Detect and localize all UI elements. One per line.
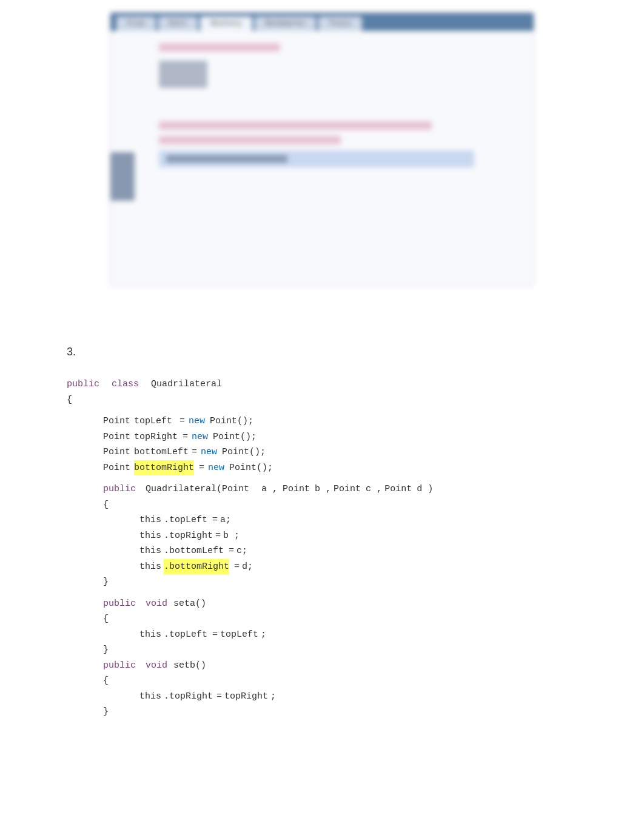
assign-field-1: .topLeft (164, 512, 207, 528)
param-a: a , (261, 481, 278, 497)
constructor-brace-close: } (103, 574, 109, 590)
eq-1: = (179, 414, 185, 429)
assign-topleft: this .topLeft = a; (67, 512, 577, 528)
seta-eq: = (212, 627, 218, 643)
init-3: Point(); (222, 444, 266, 460)
setb-brace-close: } (103, 704, 109, 720)
seta-body: this .topLeft = topLeft ; (67, 627, 577, 643)
kw-this-4: this (139, 559, 161, 575)
field-topleft: Point topLeft = new Point(); (67, 414, 577, 429)
assign-val-3: c; (236, 543, 247, 559)
kw-new-1: new (189, 414, 205, 429)
eq-3: = (192, 444, 197, 460)
assign-topright: this .topRight = b ; (67, 528, 577, 544)
assign-val-4: d; (242, 559, 253, 575)
seta-name: seta() (173, 596, 206, 612)
blurred-tab-bar: File Edit History Bookmarks Tools (110, 13, 534, 31)
kw-new-2: new (192, 429, 208, 445)
blurred-highlight (159, 150, 474, 167)
seta-brace-close: } (103, 642, 109, 658)
setb-name: setb() (173, 658, 206, 674)
field-name-topright: topRight (134, 429, 178, 445)
assign-field-4-highlight: .bottomRight (164, 559, 229, 575)
param-c: c , (366, 481, 382, 497)
blurred-line-2 (159, 121, 432, 130)
seta-this: this (139, 627, 161, 643)
assign-eq-4: = (234, 559, 240, 575)
assign-bottomleft: this .bottomLeft = c; (67, 543, 577, 559)
seta-close-brace: } (67, 642, 577, 658)
constructor-close-brace: } (67, 574, 577, 590)
class-open-brace: { (67, 392, 577, 408)
constructor-declaration: public Quadrilateral(Point a , Point b ,… (67, 481, 577, 497)
seta-brace-open: { (103, 611, 109, 627)
blurred-line-1 (159, 43, 280, 52)
blurred-tab-5: Tools (318, 16, 362, 31)
setb-eq: = (216, 689, 222, 705)
init-2: Point(); (213, 429, 257, 445)
field-name-bottomright-highlight: bottomRight (134, 460, 194, 476)
assign-eq-2: = (215, 528, 221, 544)
blurred-editor: File Edit History Bookmarks Tools (110, 12, 534, 286)
constructor-name: Quadrilateral(Point (146, 481, 249, 497)
keyword-public: public (67, 377, 99, 392)
setb-this: this (139, 689, 161, 705)
blurred-tab-4: Bookmarks (255, 16, 316, 31)
param-b-type: Point (283, 481, 310, 497)
param-d: d ) (417, 481, 433, 497)
setb-semi: ; (270, 689, 276, 705)
setb-kw-void: void (146, 658, 167, 674)
constructor-brace-open: { (103, 497, 109, 513)
constructor-kw-public: public (103, 481, 136, 497)
setb-brace-open: { (103, 673, 109, 689)
seta-open-brace: { (67, 611, 577, 627)
param-c-type: Point (334, 481, 361, 497)
eq-2: = (183, 429, 188, 445)
seta-declaration: public void seta() (67, 596, 577, 612)
seta-semi: ; (261, 627, 266, 643)
init-1: Point(); (210, 414, 253, 429)
class-declaration-line: public class Quadrilateral (67, 377, 577, 392)
setb-field: .topRight (164, 689, 213, 705)
kw-new-3: new (201, 444, 217, 460)
kw-new-4: new (208, 460, 224, 476)
assign-eq-1: = (212, 512, 218, 528)
kw-this-3: this (139, 543, 161, 559)
setb-open-brace: { (67, 673, 577, 689)
seta-kw-void: void (146, 596, 167, 612)
setb-close-brace: } (67, 704, 577, 720)
eq-4: = (199, 460, 204, 476)
assign-val-1: a; (220, 512, 231, 528)
setb-body: this .topRight = topRight ; (67, 689, 577, 705)
assign-eq-3: = (229, 543, 234, 559)
blurred-box (159, 61, 207, 88)
assign-val-2: b ; (223, 528, 240, 544)
blurred-tab-1: File (116, 16, 156, 31)
seta-field: .topLeft (164, 627, 207, 643)
constructor-open-brace: { (67, 497, 577, 513)
keyword-class: class (112, 377, 139, 392)
seta-val: topLeft (220, 627, 258, 643)
param-b: b , (315, 481, 331, 497)
assign-field-2: .topRight (164, 528, 213, 544)
seta-kw-public: public (103, 596, 136, 612)
blurred-line-3 (159, 136, 341, 144)
type-point-4: Point (103, 460, 130, 476)
setb-val: topRight (224, 689, 268, 705)
field-name-topleft: topLeft (134, 414, 172, 429)
blurred-avatar (110, 152, 135, 201)
type-point-3: Point (103, 444, 130, 460)
kw-this-2: this (139, 528, 161, 544)
code-block: public class Quadrilateral { Point topLe… (0, 371, 644, 744)
blurred-body (110, 31, 534, 286)
brace-open: { (67, 392, 72, 408)
field-bottomright: Point bottomRight = new Point(); (67, 460, 577, 476)
field-topright: Point topRight = new Point(); (67, 429, 577, 445)
assign-field-3: .bottomLeft (164, 543, 224, 559)
blurred-tab-3: History (200, 16, 252, 31)
field-bottomleft: Point bottomLeft = new Point(); (67, 444, 577, 460)
type-point-1: Point (103, 414, 130, 429)
param-d-type: Point (384, 481, 412, 497)
blurred-preview: File Edit History Bookmarks Tools (0, 0, 644, 327)
blurred-tab-2: Edit (158, 16, 198, 31)
